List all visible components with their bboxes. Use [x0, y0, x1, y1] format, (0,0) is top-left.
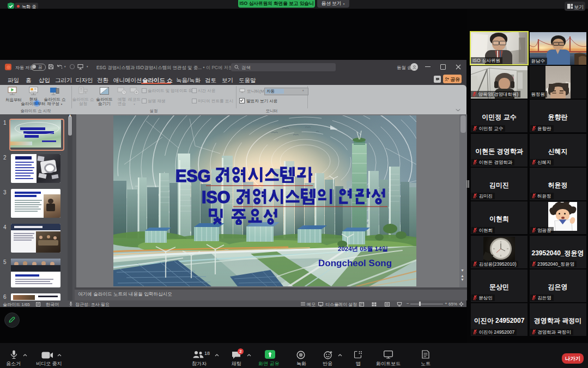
- svg-text:ESG: ESG: [175, 167, 210, 185]
- svg-text:2024년 05월 14일: 2024년 05월 14일: [338, 246, 388, 252]
- svg-text:ISO: ISO: [202, 188, 231, 206]
- svg-text:Dongcheol Song: Dongcheol Song: [318, 258, 392, 268]
